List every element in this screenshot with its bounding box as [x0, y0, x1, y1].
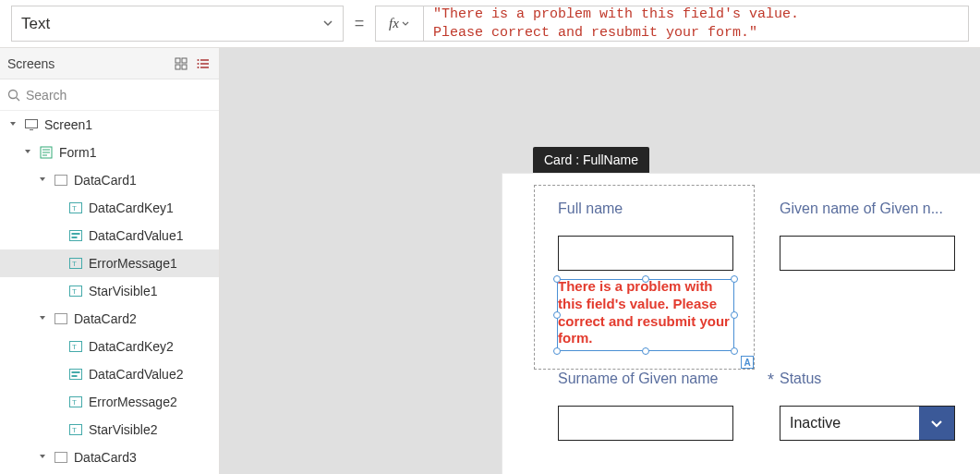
svg-rect-23: [72, 237, 78, 238]
property-label: Text: [21, 15, 50, 33]
tree-item-form1[interactable]: Form1: [0, 139, 219, 166]
field-surname: Surname of Given name: [558, 371, 752, 441]
fx-label: fx: [389, 16, 399, 31]
tree-item-label: DataCardValue1: [89, 228, 212, 243]
surname-input[interactable]: [558, 406, 733, 441]
svg-text:T: T: [72, 343, 77, 351]
tree-search[interactable]: Search: [0, 79, 219, 111]
text-icon: T: [68, 395, 83, 409]
required-star: *: [768, 371, 774, 390]
tree-panel: Screens Search Screen1Form1DataCard1TDat…: [0, 48, 220, 474]
svg-rect-0: [175, 58, 180, 63]
svg-rect-3: [182, 65, 187, 69]
text-icon: T: [68, 422, 83, 437]
field-label: Surname of Given name: [558, 371, 752, 387]
svg-rect-31: [70, 370, 82, 380]
tree-item-label: StarVisible1: [89, 284, 212, 298]
svg-rect-12: [26, 120, 38, 128]
chevron-down-icon: [401, 19, 410, 29]
svg-rect-21: [70, 231, 82, 241]
text-icon: T: [68, 256, 83, 271]
screen-icon: [24, 117, 39, 132]
tree-header-title: Screens: [7, 56, 54, 71]
chevron-down-icon: [322, 15, 333, 33]
field-label: Full name: [558, 201, 752, 217]
svg-rect-2: [175, 65, 180, 69]
status-dropdown[interactable]: Inactive: [780, 406, 955, 441]
tree-item-datacardkey2[interactable]: TDataCardKey2: [0, 333, 219, 360]
value-icon: [68, 367, 83, 382]
svg-rect-38: [55, 453, 67, 463]
svg-point-7: [198, 59, 200, 61]
tree-item-datacardvalue2[interactable]: DataCardValue2: [0, 360, 219, 388]
tree-item-label: DataCardKey1: [89, 201, 212, 215]
svg-rect-28: [55, 314, 67, 324]
chevron-icon[interactable]: [22, 149, 33, 156]
field-status: Status Inactive: [780, 371, 974, 441]
card-icon: [54, 173, 68, 188]
grid-view-icon[interactable]: [175, 57, 188, 70]
formula-input[interactable]: "There is a problem with this field's va…: [423, 6, 969, 42]
tree-item-datacard2[interactable]: DataCard2: [0, 305, 219, 333]
svg-text:T: T: [72, 398, 77, 407]
svg-rect-22: [72, 233, 80, 235]
chevron-icon[interactable]: [37, 315, 48, 322]
field-label: Status: [780, 371, 974, 387]
canvas[interactable]: Card : FullName Full name There is a pro…: [220, 48, 980, 474]
tree-item-errormessage1[interactable]: TErrorMessage1: [0, 249, 219, 277]
tree-item-label: ErrorMessage1: [89, 256, 212, 271]
status-value: Inactive: [780, 407, 919, 440]
svg-point-9: [198, 67, 200, 68]
givenname-input[interactable]: [780, 236, 955, 271]
chevron-icon[interactable]: [37, 176, 48, 184]
svg-point-8: [198, 63, 200, 65]
svg-rect-33: [72, 375, 78, 377]
value-icon: [68, 228, 83, 243]
form-surface[interactable]: Full name There is a problem with this f…: [502, 173, 980, 474]
tree-item-datacardvalue1[interactable]: DataCardValue1: [0, 222, 219, 249]
fx-button[interactable]: fx: [375, 6, 423, 42]
card-icon: [54, 450, 68, 465]
tree-item-starvisible1[interactable]: TStarVisible1: [0, 277, 219, 305]
svg-rect-18: [55, 176, 67, 186]
chevron-icon[interactable]: [7, 121, 18, 128]
tree-item-datacard1[interactable]: DataCard1: [0, 166, 219, 194]
svg-point-10: [9, 90, 18, 98]
tree-item-label: DataCardKey2: [89, 339, 212, 354]
tree-item-starvisible2[interactable]: TStarVisible2: [0, 416, 219, 444]
text-icon: T: [68, 339, 83, 354]
search-icon: [7, 89, 20, 102]
tree-header: Screens: [0, 48, 219, 79]
formula-bar: Text = fx "There is a problem with this …: [0, 0, 980, 48]
tree-item-label: Form1: [59, 145, 212, 160]
card-icon: [54, 311, 68, 326]
fullname-input[interactable]: [558, 236, 733, 271]
tree-item-errormessage2[interactable]: TErrorMessage2: [0, 388, 219, 416]
chevron-down-icon: [919, 407, 954, 440]
tree-item-label: DataCard2: [74, 311, 212, 326]
svg-text:T: T: [72, 426, 77, 434]
search-placeholder: Search: [26, 88, 67, 103]
tree-item-datacard3[interactable]: DataCard3: [0, 444, 219, 471]
svg-text:T: T: [72, 204, 77, 213]
tree-item-label: ErrorMessage2: [89, 395, 212, 409]
tree-item-label: Screen1: [44, 117, 212, 132]
svg-rect-1: [182, 58, 187, 63]
property-dropdown[interactable]: Text: [11, 6, 344, 42]
tree-item-label: DataCard3: [74, 450, 212, 465]
svg-rect-32: [72, 371, 80, 373]
field-givenname: Given name of Given n...: [780, 201, 980, 271]
tree-body[interactable]: Screen1Form1DataCard1TDataCardKey1DataCa…: [0, 111, 219, 474]
tree-item-label: StarVisible2: [89, 422, 212, 437]
tree-item-label: DataCard1: [74, 173, 212, 188]
selection-box[interactable]: [557, 279, 734, 351]
a-badge[interactable]: A: [741, 356, 754, 369]
equals-label: =: [344, 6, 375, 42]
svg-line-11: [17, 97, 20, 101]
tree-item-screen1[interactable]: Screen1: [0, 111, 219, 139]
text-icon: T: [68, 284, 83, 298]
chevron-icon[interactable]: [37, 454, 48, 461]
list-view-icon[interactable]: [197, 57, 210, 70]
form-icon: [39, 145, 54, 160]
tree-item-datacardkey1[interactable]: TDataCardKey1: [0, 194, 219, 222]
